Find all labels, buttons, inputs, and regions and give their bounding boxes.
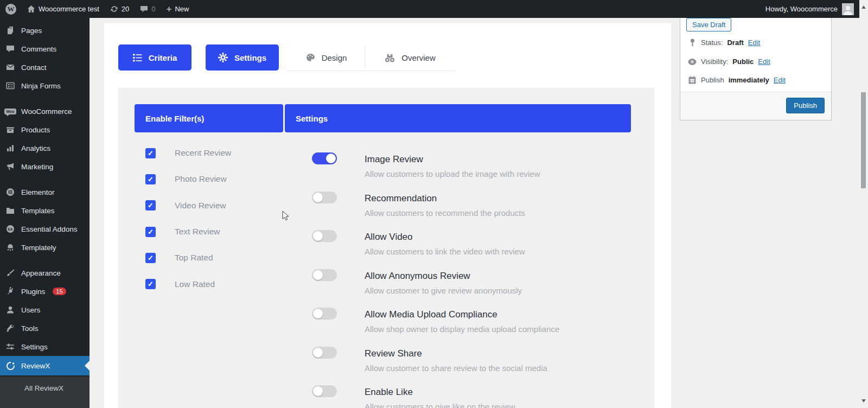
- sidebar-item-label: Marketing: [21, 163, 53, 171]
- checkbox-recent-review[interactable]: ✓: [145, 148, 156, 158]
- checkbox-low-rated[interactable]: ✓: [145, 279, 156, 289]
- toggle-allow-anonymous-review[interactable]: [312, 269, 337, 281]
- sidebar-item-contact[interactable]: Contact: [0, 58, 90, 76]
- templately-icon: [5, 242, 16, 253]
- site-name-link[interactable]: Woocommerce test: [22, 0, 105, 18]
- setting-title: Allow Anonymous Review: [365, 270, 522, 283]
- new-label: New: [175, 5, 189, 13]
- sidebar-item-elementor[interactable]: Elementor: [0, 183, 90, 201]
- sidebar-item-label: Ninja Forms: [21, 82, 61, 90]
- setting-row-image-review: Image ReviewAllow customers to upload th…: [312, 138, 616, 177]
- schedule-row: Publish immediately Edit: [688, 76, 786, 84]
- toggle-knob: [313, 231, 323, 241]
- pin-icon: [688, 39, 697, 47]
- visibility-row: Visibility: Public Edit: [688, 58, 770, 66]
- setting-title: Image Review: [365, 153, 540, 166]
- setting-title: Recommendation: [365, 192, 525, 205]
- sidebar-item-tools[interactable]: Tools: [0, 319, 90, 337]
- toggle-review-share[interactable]: [312, 347, 337, 359]
- svg-text:EA: EA: [8, 227, 12, 231]
- sidebar-item-comments[interactable]: Comments: [0, 40, 90, 58]
- howdy-text[interactable]: Howdy, Woocommerce: [765, 5, 838, 13]
- checkbox-video-review[interactable]: ✓: [145, 200, 156, 211]
- filter-label: Photo Review: [175, 174, 227, 184]
- sidebar-item-label: Users: [21, 306, 40, 314]
- setting-title: Allow Media Upload Compliance: [365, 308, 559, 321]
- edit-status-link[interactable]: Edit: [748, 39, 760, 47]
- sidebar-item-essential-addons[interactable]: EA Essential Addons: [0, 220, 90, 238]
- schedule-label: Publish: [701, 76, 724, 84]
- settings-column: Image ReviewAllow customers to upload th…: [312, 138, 616, 408]
- palette-icon: [305, 53, 315, 62]
- save-draft-button[interactable]: Save Draft: [686, 18, 731, 31]
- tab-criteria[interactable]: Criteria: [118, 44, 192, 71]
- sidebar-item-templates[interactable]: Templates: [0, 201, 90, 220]
- sidebar-item-users[interactable]: Users: [0, 301, 90, 319]
- sidebar-subitem-all-reviewx[interactable]: All ReviewX: [24, 384, 90, 392]
- sidebar-item-ninja-forms[interactable]: Ninja Forms: [0, 76, 90, 95]
- new-content-link[interactable]: + New: [161, 0, 194, 18]
- publish-button[interactable]: Publish: [786, 98, 825, 113]
- visibility-label: Visibility:: [701, 58, 728, 66]
- sidebar-item-marketing[interactable]: Marketing: [0, 157, 90, 176]
- marketing-icon: [5, 161, 16, 172]
- toggle-knob: [326, 154, 336, 163]
- sidebar-item-pages[interactable]: Pages: [0, 21, 90, 40]
- toggle-knob: [313, 309, 323, 318]
- edit-visibility-link[interactable]: Edit: [758, 58, 770, 66]
- filters-column: ✓ Recent Review ✓ Photo Review ✓ Video R…: [145, 140, 281, 297]
- setting-title: Review Share: [365, 347, 547, 360]
- admin-bar: W Woocommerce test 20 0 + New Howdy, Woo…: [0, 0, 859, 18]
- updates-icon: [110, 5, 118, 13]
- sidebar-item-products[interactable]: Products: [0, 120, 90, 139]
- toggle-image-review[interactable]: [312, 152, 337, 164]
- scrollbar-up-arrow-icon[interactable]: [861, 3, 866, 9]
- calendar-icon: [688, 76, 697, 84]
- page-scrollbar: [859, 0, 868, 408]
- scrollbar-down-arrow-icon[interactable]: [861, 399, 866, 405]
- setting-description: Allow customers to give like on the revi…: [365, 401, 515, 408]
- reviewx-submenu: All ReviewX: [0, 377, 90, 408]
- sidebar-item-label: Essential Addons: [21, 225, 78, 233]
- checkbox-photo-review[interactable]: ✓: [145, 174, 156, 184]
- sidebar-item-appearance[interactable]: Appearance: [0, 264, 90, 282]
- wordpress-menu[interactable]: W: [0, 0, 22, 18]
- toggle-enable-like[interactable]: [312, 385, 337, 397]
- checkbox-top-rated[interactable]: ✓: [145, 253, 156, 263]
- scrollbar-thumb[interactable]: [861, 92, 866, 188]
- sidebar-item-label: Settings: [21, 343, 48, 351]
- filter-row-low-rated: ✓ Low Rated: [145, 271, 281, 297]
- sidebar-item-plugins[interactable]: Plugins 15: [0, 282, 90, 301]
- setting-row-allow-video: Allow VideoAllow customers to link the v…: [312, 216, 616, 255]
- tab-overview[interactable]: Overview: [365, 44, 455, 71]
- tab-label: Settings: [234, 53, 266, 62]
- comments-link[interactable]: 0: [135, 0, 161, 18]
- sidebar-item-settings[interactable]: Settings: [0, 337, 90, 356]
- updates-link[interactable]: 20: [105, 0, 135, 18]
- tab-settings[interactable]: Settings: [206, 44, 279, 71]
- gear-icon: [218, 53, 228, 62]
- status-value: Draft: [727, 39, 743, 47]
- setting-row-allow-anonymous-review: Allow Anonymous ReviewAllow customer to …: [312, 255, 616, 294]
- comments-count: 0: [151, 5, 155, 13]
- sidebar-item-templately[interactable]: Templately: [0, 238, 90, 257]
- user-avatar[interactable]: [842, 3, 854, 15]
- sidebar-item-label: Comments: [21, 45, 56, 53]
- toggle-allow-video[interactable]: [312, 230, 337, 242]
- eye-icon: [688, 59, 697, 65]
- sidebar-item-analytics[interactable]: Analytics: [0, 139, 90, 157]
- settings-sliders-icon: [5, 341, 16, 352]
- sidebar-item-label: Templately: [21, 244, 56, 252]
- edit-schedule-link[interactable]: Edit: [774, 76, 786, 84]
- filter-label: Low Rated: [175, 279, 215, 289]
- sidebar-item-label: Contact: [21, 63, 47, 72]
- tab-label: Design: [322, 53, 347, 62]
- sidebar-item-woocommerce[interactable]: Woo WooCommerce: [0, 102, 90, 120]
- toggle-allow-media-upload-compliance[interactable]: [312, 308, 337, 320]
- toggle-recommendation[interactable]: [312, 192, 337, 203]
- tab-design[interactable]: Design: [288, 44, 365, 71]
- checkbox-text-review[interactable]: ✓: [145, 227, 156, 237]
- sidebar-item-reviewx[interactable]: ReviewX: [0, 356, 90, 375]
- filter-row-video-review: ✓ Video Review: [145, 193, 281, 219]
- filter-row-recent-review: ✓ Recent Review: [145, 140, 281, 166]
